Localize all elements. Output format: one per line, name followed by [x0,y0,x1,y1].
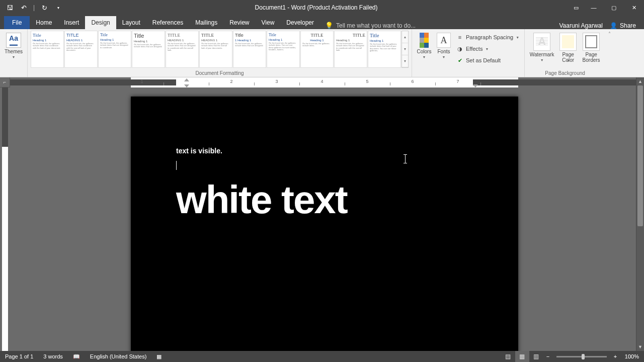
style-set-8[interactable]: TitleHeading 1On the Insert tab, the gal… [267,31,300,68]
style-set-3[interactable]: TitleHeading 1On the Insert tab, the gal… [98,31,131,68]
style-set-7[interactable]: Title1 Heading 1On the Insert tab, the g… [233,31,266,68]
page-borders-button[interactable]: Page Borders [580,31,602,63]
ibeam-cursor-icon [405,154,406,163]
colors-icon [420,33,429,48]
paragraph-spacing-button[interactable]: ≡Paragraph Spacing▼ [454,32,521,43]
gallery-scroll: ▴ ▾ ▾ [401,31,409,68]
window-title: Document1 - Word (Product Activation Fai… [64,4,569,11]
spellcheck-indicator[interactable]: 📖 [68,351,85,362]
share-icon: 👤 [610,22,617,29]
text-caret [176,161,177,170]
ribbon: Aa▬▬ Themes ▼ TitleHeading 1On the Inser… [0,29,644,77]
redo-button[interactable]: ↻ [39,2,50,13]
gallery-down[interactable]: ▾ [402,43,408,55]
scroll-up[interactable]: ▲ [636,77,644,85]
tab-developer[interactable]: Developer [280,16,320,29]
tab-insert[interactable]: Insert [58,16,85,29]
effects-button[interactable]: ◑Effects▼ [454,43,521,54]
share-button[interactable]: 👤 Share [610,22,636,29]
scroll-down[interactable]: ▼ [636,343,644,351]
zoom-level[interactable]: 100% [620,353,644,359]
themes-button[interactable]: Aa▬▬ Themes ▼ [3,31,24,59]
ribbon-tabs: File Home Insert Design Layout Reference… [0,15,644,29]
gallery-up[interactable]: ▴ [402,31,408,43]
watermark-icon [533,33,550,51]
body-text-line[interactable]: text is visible. [176,147,473,155]
minimize-button[interactable]: — [584,0,604,15]
ruler-num: 2 [230,79,232,84]
watermark-button[interactable]: Watermark ▼ [528,31,556,62]
tab-file[interactable]: File [4,16,30,29]
user-name[interactable]: Vaaruni Agarwal [559,22,603,29]
collapse-ribbon[interactable]: ˄ [605,29,613,77]
close-button[interactable]: ✕ [624,0,644,15]
fonts-button[interactable]: A Fonts ▼ [435,31,452,59]
save-button[interactable]: 🖫 [4,2,15,13]
tab-mailings[interactable]: Mailings [189,16,223,29]
page[interactable]: text is visible. white text [131,97,518,351]
page-color-icon [559,33,577,51]
watermark-label: Watermark [530,52,554,57]
ribbon-display-options[interactable]: ▭ [569,0,584,15]
style-set-6[interactable]: TITLEHEADING 1On the Insert tab, the gal… [199,31,232,68]
qat-customize[interactable]: ▾ [53,2,64,13]
tab-design[interactable]: Design [85,16,116,29]
set-as-default-button[interactable]: ✔Set as Default [454,55,521,66]
style-set-11[interactable]: TitleHeading 1On the Insert tab, the gal… [368,31,401,68]
group-page-background: Page Background [545,70,585,76]
gallery-more[interactable]: ▾ [402,55,408,67]
style-set-1[interactable]: TitleHeading 1On the Insert tab, the gal… [31,31,64,68]
style-set-gallery: TitleHeading 1On the Insert tab, the gal… [31,31,409,68]
zoom-in[interactable]: + [611,353,620,359]
chevron-down-icon: ▼ [567,59,570,62]
read-mode-view[interactable]: ▤ [501,351,515,362]
style-set-10[interactable]: TITLEHeading 1On the Insert tab, the gal… [334,31,367,68]
paragraph-spacing-icon: ≡ [456,34,463,41]
word-count[interactable]: 3 words [38,351,68,362]
chevron-down-icon: ▼ [12,55,16,59]
style-set-2[interactable]: TITLEHEADING 1On the Insert tab, the gal… [64,31,98,68]
page-color-button[interactable]: Page Color ▼ [558,31,578,62]
undo-button[interactable]: ↶ [18,2,29,13]
chevron-down-icon: ▼ [485,47,489,51]
style-set-9[interactable]: TITLEHeading 1On the Insert tab, the gal… [300,31,334,68]
tab-view[interactable]: View [256,16,281,29]
horizontal-ruler[interactable]: 1 2 3 4 5 6 7 [10,77,636,87]
tell-me[interactable]: 💡 Tell me what you want to do... [320,22,421,29]
tab-references[interactable]: References [146,16,189,29]
ruler-num: 6 [411,79,414,84]
print-layout-view[interactable]: ▦ [515,351,529,362]
qat-sep: | [33,4,35,11]
chevron-down-icon: ▼ [540,58,544,62]
chevron-down-icon: ▼ [516,36,519,39]
first-line-indent[interactable] [184,78,189,81]
document-area: ⌐ 1 2 3 4 5 6 7 text is [0,77,644,351]
ruler-num: 7 [456,79,459,84]
style-set-5[interactable]: TITLEHEADING 1On the Insert tab, the gal… [166,31,199,68]
tab-layout[interactable]: Layout [116,16,146,29]
tab-selector[interactable]: ⌐ [0,77,10,87]
vertical-scrollbar[interactable]: ▲ ▼ [636,77,644,351]
web-layout-view[interactable]: ▥ [529,351,543,362]
fonts-label: Fonts [437,49,450,54]
quick-access-toolbar: 🖫 ↶ | ↻ ▾ [0,2,64,13]
document-viewport[interactable]: text is visible. white text [10,87,636,351]
zoom-out[interactable]: − [543,353,552,359]
tab-home[interactable]: Home [30,16,58,29]
scroll-thumb[interactable] [637,85,643,226]
fonts-icon: A [437,33,451,48]
colors-button[interactable]: Colors ▼ [415,31,433,59]
tab-review[interactable]: Review [223,16,255,29]
chevron-down-icon: ▼ [442,55,446,59]
heading-text[interactable]: white text [176,177,473,223]
language-indicator[interactable]: English (United States) [85,351,152,362]
bulb-icon: 💡 [325,22,333,29]
zoom-slider[interactable] [556,356,607,357]
maximize-button[interactable]: ▢ [604,0,624,15]
macro-indicator[interactable]: ▦ [151,351,167,362]
vertical-ruler[interactable] [0,87,10,351]
page-borders-icon [583,33,600,51]
page-borders-label: Page Borders [580,52,602,63]
style-set-4[interactable]: TitleHeading 1On the Insert tab, the gal… [132,31,165,68]
page-indicator[interactable]: Page 1 of 1 [0,351,38,362]
